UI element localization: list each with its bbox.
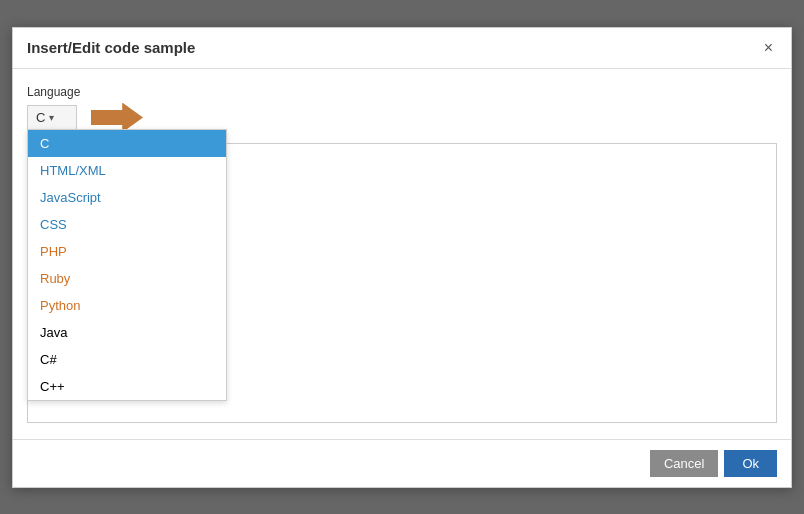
dialog-body: Language C ▾ CHTML/XMLJavaScriptCSSPHPRu… — [13, 69, 791, 439]
dropdown-item-ruby[interactable]: Ruby — [28, 265, 226, 292]
ok-button[interactable]: Ok — [724, 450, 777, 477]
dropdown-item-javascript[interactable]: JavaScript — [28, 184, 226, 211]
dropdown-selected-value: C — [36, 110, 45, 125]
dropdown-item-python[interactable]: Python — [28, 292, 226, 319]
dialog-header: Insert/Edit code sample × — [13, 28, 791, 69]
cancel-button[interactable]: Cancel — [650, 450, 718, 477]
dropdown-item-java[interactable]: Java — [28, 319, 226, 346]
dropdown-row: C ▾ CHTML/XMLJavaScriptCSSPHPRubyPythonJ… — [27, 103, 777, 133]
language-label: Language — [27, 85, 777, 99]
close-button[interactable]: × — [760, 38, 777, 58]
language-dropdown-menu: CHTML/XMLJavaScriptCSSPHPRubyPythonJavaC… — [27, 129, 227, 401]
dialog-title: Insert/Edit code sample — [27, 39, 195, 56]
dropdown-item-csharp[interactable]: C# — [28, 346, 226, 373]
dialog-footer: Cancel Ok — [13, 439, 791, 487]
dropdown-item-html[interactable]: HTML/XML — [28, 157, 226, 184]
language-dropdown-button[interactable]: C ▾ — [27, 105, 77, 130]
dropdown-item-c[interactable]: C — [28, 130, 226, 157]
dropdown-item-cpp[interactable]: C++ — [28, 373, 226, 400]
chevron-down-icon: ▾ — [49, 112, 54, 123]
dropdown-item-php[interactable]: PHP — [28, 238, 226, 265]
dropdown-item-css[interactable]: CSS — [28, 211, 226, 238]
insert-edit-dialog: Insert/Edit code sample × Language C ▾ C… — [12, 27, 792, 488]
